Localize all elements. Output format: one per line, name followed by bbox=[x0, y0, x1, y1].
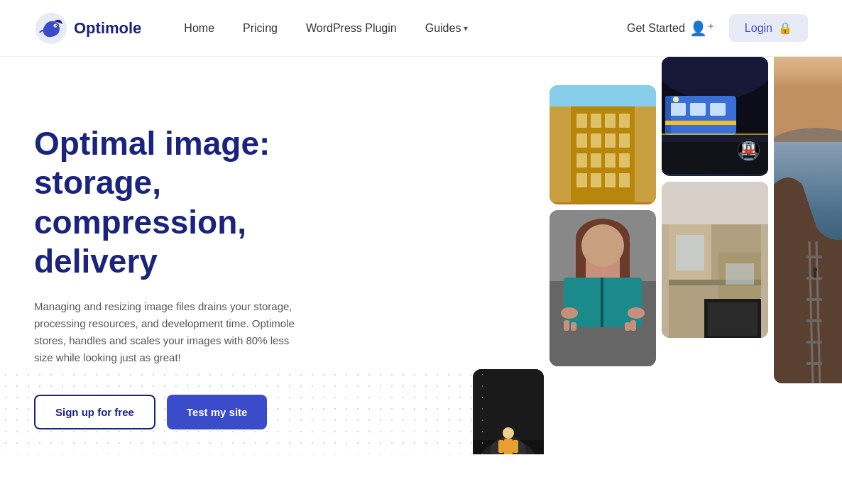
person-add-icon: 👤⁺ bbox=[689, 20, 715, 37]
svg-rect-22 bbox=[576, 153, 587, 168]
svg-rect-19 bbox=[591, 133, 601, 148]
hero-buttons: Sign up for free Test my site bbox=[34, 395, 375, 429]
collage-image-subway bbox=[662, 57, 768, 176]
hero-title: Optimal image: storage, compression, del… bbox=[34, 124, 375, 281]
svg-rect-20 bbox=[605, 133, 616, 148]
svg-rect-29 bbox=[619, 173, 630, 187]
svg-rect-76 bbox=[807, 362, 822, 365]
collage-image-modern-building bbox=[662, 182, 768, 338]
svg-rect-42 bbox=[564, 320, 569, 331]
nav-home[interactable]: Home bbox=[184, 22, 214, 35]
svg-point-33 bbox=[576, 219, 630, 258]
svg-rect-53 bbox=[665, 96, 671, 135]
svg-rect-27 bbox=[591, 173, 601, 187]
svg-rect-23 bbox=[591, 153, 601, 168]
svg-rect-14 bbox=[576, 114, 587, 128]
svg-rect-9 bbox=[498, 440, 504, 453]
nav-right: Get Started 👤⁺ Login 🔒 bbox=[627, 14, 808, 42]
svg-rect-73 bbox=[807, 298, 822, 301]
collage-col-4 bbox=[774, 57, 842, 454]
svg-rect-56 bbox=[662, 133, 768, 135]
svg-rect-51 bbox=[690, 103, 706, 116]
hero-text-area: Optimal image: storage, compression, del… bbox=[34, 124, 375, 429]
svg-point-55 bbox=[673, 97, 679, 102]
svg-point-41 bbox=[628, 307, 645, 319]
hero-section: Optimal image: storage, compression, del… bbox=[0, 57, 842, 454]
svg-rect-66 bbox=[676, 235, 704, 270]
svg-rect-17 bbox=[619, 114, 630, 128]
hero-description: Managing and resizing image files drains… bbox=[34, 298, 304, 366]
svg-rect-10 bbox=[513, 440, 518, 453]
svg-rect-52 bbox=[710, 103, 726, 116]
nav-pricing[interactable]: Pricing bbox=[243, 22, 278, 35]
svg-rect-24 bbox=[605, 153, 616, 168]
svg-point-40 bbox=[561, 307, 578, 319]
svg-rect-50 bbox=[670, 103, 686, 116]
svg-rect-15 bbox=[591, 114, 601, 128]
get-started-button[interactable]: Get Started 👤⁺ bbox=[627, 20, 715, 37]
svg-rect-78 bbox=[814, 272, 816, 278]
svg-rect-21 bbox=[619, 133, 630, 148]
svg-rect-57 bbox=[662, 142, 768, 174]
nav-wordpress-plugin[interactable]: WordPress Plugin bbox=[306, 22, 397, 35]
signup-button[interactable]: Sign up for free bbox=[34, 395, 155, 429]
collage-col-1 bbox=[473, 57, 544, 454]
collage-image-building bbox=[550, 85, 656, 204]
svg-rect-16 bbox=[605, 114, 616, 128]
navbar: Optimole Home Pricing WordPress Plugin G… bbox=[0, 0, 842, 57]
chevron-down-icon: ▾ bbox=[464, 23, 468, 33]
svg-rect-8 bbox=[504, 439, 513, 454]
optimole-logo-icon bbox=[34, 11, 68, 45]
svg-point-2 bbox=[55, 24, 57, 26]
nav-links: Home Pricing WordPress Plugin Guides ▾ bbox=[184, 22, 627, 35]
collage-image-coastal bbox=[774, 57, 842, 383]
svg-rect-71 bbox=[807, 256, 822, 258]
svg-point-37 bbox=[608, 255, 618, 262]
login-button[interactable]: Login 🔒 bbox=[729, 14, 808, 42]
svg-rect-74 bbox=[807, 319, 822, 322]
collage-image-woman-reading bbox=[550, 210, 656, 366]
lock-icon: 🔒 bbox=[778, 21, 792, 35]
svg-rect-26 bbox=[576, 173, 587, 187]
svg-point-7 bbox=[503, 427, 514, 439]
brand-name: Optimole bbox=[74, 19, 141, 38]
logo-link[interactable]: Optimole bbox=[34, 11, 141, 45]
hero-image-collage bbox=[473, 57, 842, 454]
test-my-site-button[interactable]: Test my site bbox=[167, 395, 268, 429]
svg-rect-75 bbox=[807, 341, 822, 344]
svg-rect-43 bbox=[630, 320, 636, 331]
svg-rect-59 bbox=[662, 182, 768, 224]
svg-rect-39 bbox=[601, 278, 603, 327]
collage-col-2 bbox=[550, 57, 656, 454]
svg-rect-12 bbox=[550, 85, 656, 106]
svg-rect-45 bbox=[625, 322, 630, 331]
svg-rect-28 bbox=[605, 173, 616, 187]
svg-rect-18 bbox=[576, 133, 587, 148]
svg-rect-54 bbox=[665, 121, 736, 125]
svg-rect-25 bbox=[619, 153, 630, 168]
collage-image-dark-person bbox=[473, 369, 544, 454]
nav-guides[interactable]: Guides ▾ bbox=[425, 22, 469, 35]
svg-point-77 bbox=[813, 268, 817, 272]
collage-col-3 bbox=[662, 57, 768, 454]
svg-rect-67 bbox=[726, 263, 754, 285]
svg-rect-65 bbox=[708, 302, 758, 336]
svg-rect-44 bbox=[571, 322, 576, 331]
svg-point-36 bbox=[587, 255, 597, 262]
